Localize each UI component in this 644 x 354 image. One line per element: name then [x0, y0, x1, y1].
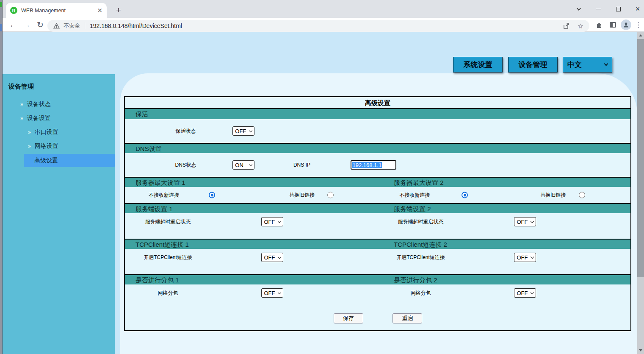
row-server-max: 不接收新连接 替换旧链接 不接收新连接 替换旧链接: [125, 187, 630, 203]
arrow-bullet-icon: »: [28, 129, 31, 135]
chevron-down-icon: [278, 255, 281, 258]
section-header-dns: DNS设置: [125, 143, 630, 153]
forward-button[interactable]: →: [20, 18, 33, 32]
scrollbar-thumb[interactable]: [637, 39, 644, 277]
background-window-edge: [0, 0, 3, 354]
restart-button[interactable]: 重启: [392, 313, 422, 323]
section-header-keepalive: 保活: [125, 109, 630, 119]
maximize-button[interactable]: [611, 0, 625, 18]
chevron-down-icon: [278, 290, 281, 294]
arrow-bullet-icon: »: [28, 143, 31, 149]
security-label: 不安全: [64, 22, 80, 30]
share-icon[interactable]: [562, 22, 570, 30]
server-timeout-select-1[interactable]: OFF: [261, 217, 283, 226]
scroll-up-icon[interactable]: [637, 32, 644, 39]
back-button[interactable]: ←: [7, 18, 19, 32]
server-timeout-select-2[interactable]: OFF: [514, 217, 536, 226]
minimize-button[interactable]: [592, 0, 605, 18]
browser-tab-bar: R WEB Management ✕ + ×: [0, 0, 644, 18]
no-new-connection-radio-1[interactable]: [209, 192, 215, 198]
sidebar-item-network-settings[interactable]: » 网络设置: [3, 141, 115, 152]
scroll-down-icon[interactable]: [637, 347, 644, 354]
chevron-down-icon: [604, 62, 608, 66]
profile-avatar[interactable]: [619, 18, 633, 32]
no-new-connection-label-2: 不接收新连接: [384, 192, 445, 199]
dns-ip-value: 192.168.1.1: [352, 162, 382, 168]
tcpclient-enable-select-1[interactable]: OFF: [261, 253, 283, 262]
address-bar[interactable]: 不安全 192.168.0.148/html/DeviceSet.html ☆: [47, 20, 589, 32]
section-header-packet: 是否进行分包 1 是否进行分包 2: [125, 274, 630, 284]
replace-old-link-label-2: 替换旧链接: [523, 192, 583, 199]
not-secure-icon[interactable]: [53, 22, 60, 30]
save-button[interactable]: 保存: [334, 313, 363, 323]
page-title: 高级设置: [125, 97, 630, 109]
browser-tab[interactable]: R WEB Management ✕: [6, 3, 107, 18]
sidebar-item-device-settings[interactable]: » 设备设置: [3, 113, 115, 124]
browser-menu-icon[interactable]: ⋮: [633, 18, 644, 32]
sidebar-item-serial-settings[interactable]: » 串口设置: [3, 127, 115, 138]
favicon-icon: R: [10, 7, 17, 14]
dns-status-label: DNS状态: [145, 162, 226, 169]
advanced-settings-table: 高级设置 保活 保活状态 OFF DNS设置 DNS状态 ON DNS IP 1…: [124, 96, 631, 331]
close-window-button[interactable]: ×: [631, 0, 644, 18]
new-tab-button[interactable]: +: [113, 4, 124, 16]
section-header-tcpclient: TCPClient短连接 1 TCPClient短连接 2: [125, 239, 630, 249]
keepalive-status-select[interactable]: OFF: [232, 126, 254, 136]
replace-old-link-radio-1[interactable]: [327, 192, 334, 198]
tab-search-icon[interactable]: [572, 0, 586, 18]
side-panel-icon[interactable]: [606, 18, 619, 32]
sidebar-item-device-status[interactable]: » 设备状态: [3, 99, 115, 110]
chevron-down-icon: [531, 290, 534, 294]
dns-ip-label: DNS IP: [266, 162, 337, 168]
sidebar: 设备管理 » 设备状态 » 设备设置 » 串口设置 » 网络设置 高级设置: [3, 74, 115, 354]
section-header-server-timeout: 服务端设置 1 服务端设置 2: [125, 203, 630, 213]
network-packet-label-2: 网络分包: [380, 290, 461, 297]
row-dns: DNS状态 ON DNS IP 192.168.1.1: [125, 153, 630, 177]
row-tcpclient: 开启TCPClient短连接 OFF 开启TCPClient短连接 OFF: [125, 249, 630, 274]
sidebar-item-advanced-settings[interactable]: 高级设置: [24, 154, 115, 167]
chevron-down-icon: [531, 255, 534, 258]
network-packet-select-2[interactable]: OFF: [514, 288, 536, 298]
chevron-down-icon: [278, 219, 281, 223]
device-management-button[interactable]: 设备管理: [508, 57, 558, 72]
url-divider: [85, 22, 85, 29]
row-buttons: 保存 重启: [125, 308, 630, 330]
reload-button[interactable]: ↻: [34, 18, 47, 32]
row-server-timeout: 服务端超时重启状态 OFF 服务端超时重启状态 OFF: [125, 213, 630, 239]
tab-close-icon[interactable]: ✕: [97, 7, 102, 14]
arrow-bullet-icon: »: [20, 101, 23, 107]
row-packet: 网络分包 OFF 网络分包 OFF: [125, 284, 630, 308]
extensions-icon[interactable]: [593, 18, 605, 32]
replace-old-link-radio-2[interactable]: [579, 192, 585, 198]
row-keepalive: 保活状态 OFF: [125, 119, 630, 143]
page-scrollbar[interactable]: [637, 32, 644, 354]
section-header-server-max: 服务器最大设置 1 服务器最大设置 2: [125, 177, 630, 187]
bookmark-star-icon[interactable]: ☆: [578, 22, 583, 30]
url-text[interactable]: 192.168.0.148/html/DeviceSet.html: [90, 22, 182, 29]
tcpclient-enable-label-1: 开启TCPClient短连接: [127, 254, 208, 261]
server-timeout-label-1: 服务端超时重启状态: [127, 218, 208, 226]
keepalive-status-label: 保活状态: [145, 128, 226, 135]
arrow-bullet-icon: »: [20, 115, 23, 121]
dns-ip-input[interactable]: 192.168.1.1: [351, 160, 396, 170]
dns-status-select[interactable]: ON: [232, 160, 254, 170]
network-packet-label-1: 网络分包: [127, 290, 208, 297]
tcpclient-enable-select-2[interactable]: OFF: [514, 253, 536, 262]
language-value: 中文: [567, 60, 605, 70]
language-select[interactable]: 中文: [563, 57, 612, 72]
tab-title: WEB Management: [21, 8, 94, 14]
no-new-connection-radio-2[interactable]: [462, 192, 468, 198]
network-packet-select-1[interactable]: OFF: [261, 288, 283, 298]
server-timeout-label-2: 服务端超时重启状态: [380, 218, 461, 226]
tcpclient-enable-label-2: 开启TCPClient短连接: [380, 254, 461, 261]
chevron-down-icon: [249, 162, 252, 166]
replace-old-link-label-1: 替换旧链接: [271, 192, 332, 199]
no-new-connection-label-1: 不接收新连接: [133, 192, 194, 199]
sidebar-title: 设备管理: [8, 83, 34, 91]
chevron-down-icon: [249, 128, 252, 132]
system-settings-button[interactable]: 系统设置: [453, 57, 503, 72]
chevron-down-icon: [531, 219, 534, 223]
